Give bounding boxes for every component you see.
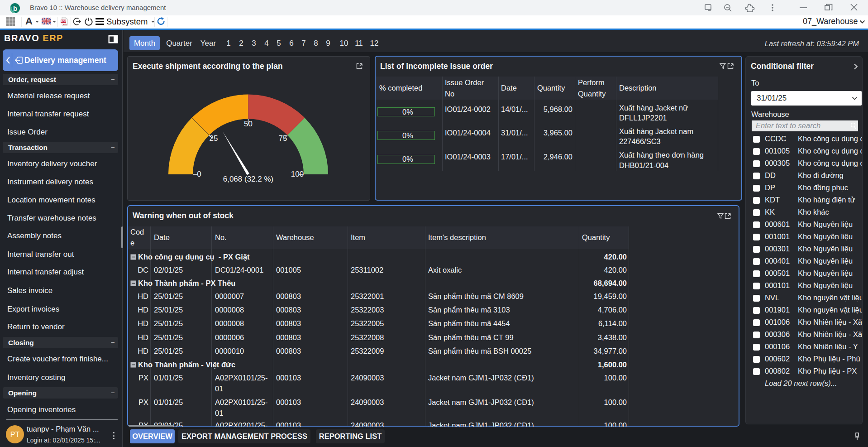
svg-text:PDF: PDF xyxy=(61,20,66,23)
svg-text:b: b xyxy=(13,5,17,12)
